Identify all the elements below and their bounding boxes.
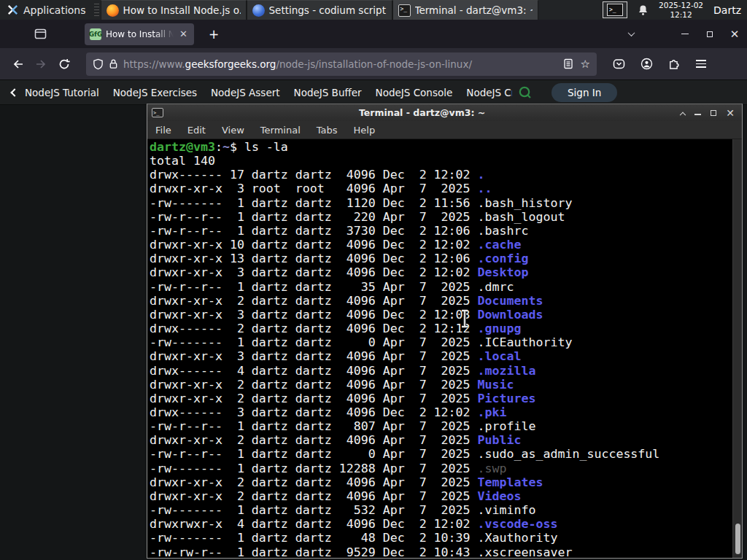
terminal-scrollbar[interactable] xyxy=(732,139,742,558)
listing-filename: .config xyxy=(478,252,529,265)
terminal-menu-tabs[interactable]: Tabs xyxy=(309,125,346,136)
window-button-title: Terminal - dartz@vm3: ~ xyxy=(415,4,533,16)
listing-meta: drwx------ 3 dartz dartz 4096 Dec 2 12:0… xyxy=(150,405,478,419)
search-icon[interactable] xyxy=(518,85,533,100)
clock-date: 2025-12-02 xyxy=(659,1,703,10)
list-all-tabs-button[interactable] xyxy=(619,23,643,45)
panel-tray: >_ 2025-12-02 12:12 Dartz xyxy=(603,0,747,20)
listing-filename: .pki xyxy=(478,405,507,419)
terminal-menu-help[interactable]: Help xyxy=(346,125,384,136)
url-prefix: https://www. xyxy=(123,58,185,70)
terminal-menu-edit[interactable]: Edit xyxy=(179,125,214,136)
window-button-title: Settings - codium script... xyxy=(269,4,387,16)
tab-strip: GfG How to Install Node.js on ✕ + ✕ xyxy=(0,20,747,48)
terminal-menubar: FileEditViewTerminalTabsHelp xyxy=(147,121,742,139)
notification-bell-icon[interactable] xyxy=(638,4,649,16)
terminal-listing: drwx------ 17 dartz dartz 4096 Dec 2 12:… xyxy=(150,168,732,558)
sign-in-button[interactable]: Sign In xyxy=(551,83,617,102)
panel-window-button[interactable]: Settings - codium script... xyxy=(247,0,392,20)
listing-meta: drwxr-xr-x 3 root root 4096 Apr 7 2025 xyxy=(150,182,478,195)
terminal-listing-row: drwxr-xr-x 3 dartz dartz 4096 Apr 7 2025… xyxy=(150,349,732,363)
listing-filename: . xyxy=(478,168,485,182)
listing-meta: -rw------- 1 dartz dartz 12288 Apr 7 202… xyxy=(150,462,478,475)
listing-filename: Desktop xyxy=(478,265,529,279)
terminal-listing-row: drwxr-xr-x 2 dartz dartz 4096 Apr 7 2025… xyxy=(150,489,732,503)
reload-button[interactable] xyxy=(53,52,76,76)
reload-icon xyxy=(58,58,70,70)
terminal-prompt-line: dartz@vm3:~$ ls -la xyxy=(150,140,732,154)
listing-meta: drwxr-xr-x 3 dartz dartz 4096 Dec 2 12:0… xyxy=(150,265,478,279)
prompt-command: $ ls -la xyxy=(230,140,288,154)
chevron-left-icon[interactable] xyxy=(10,88,18,96)
close-button[interactable]: ✕ xyxy=(722,23,747,45)
nav-link[interactable]: NodeJS Assert xyxy=(211,87,280,98)
url-path: /node-js/installation-of-node-js-on-linu… xyxy=(276,58,472,70)
forward-button[interactable] xyxy=(29,52,53,76)
terminal-icon xyxy=(398,4,411,17)
terminal-listing-row: drwx------ 4 dartz dartz 4096 Apr 7 2025… xyxy=(150,364,732,378)
restore-button[interactable] xyxy=(697,23,722,45)
terminal-listing-row: -rw------- 1 dartz dartz 12288 Apr 7 202… xyxy=(150,462,732,475)
scrollbar-thumb[interactable] xyxy=(735,524,740,554)
shade-window-icon[interactable] xyxy=(680,112,686,117)
minimize-icon[interactable] xyxy=(694,114,701,115)
shield-icon xyxy=(93,58,104,70)
terminal-listing-row: -rw-r--r-- 1 dartz dartz 3730 Dec 2 12:0… xyxy=(150,224,732,238)
nav-link[interactable]: NodeJS Exercises xyxy=(113,87,197,98)
terminal-listing-row: -rw------- 1 dartz dartz 48 Dec 2 10:39 … xyxy=(150,531,732,545)
minimize-button[interactable] xyxy=(673,23,697,45)
panel-window-button[interactable]: Terminal - dartz@vm3: ~ xyxy=(392,0,538,20)
close-icon[interactable]: ✕ xyxy=(726,108,735,118)
listing-filename: .local xyxy=(478,349,522,363)
listing-filename: Downloads xyxy=(478,308,543,322)
terminal-window: >_ Terminal - dartz@vm3: ~ ✕ FileEditVie… xyxy=(147,104,743,559)
back-button[interactable] xyxy=(6,52,29,76)
reader-view-icon[interactable] xyxy=(563,58,573,69)
settings-icon xyxy=(252,4,265,17)
panel-window-button[interactable]: How to Install Node.js o... xyxy=(101,0,247,20)
listing-meta: -rw------- 1 dartz dartz 532 Apr 7 2025 xyxy=(150,503,478,517)
listing-meta: drwxr-xr-x 2 dartz dartz 4096 Apr 7 2025 xyxy=(150,294,478,308)
terminal-listing-row: drwxrwxr-x 4 dartz dartz 4096 Dec 2 12:0… xyxy=(150,517,732,531)
pocket-icon[interactable] xyxy=(613,58,625,70)
extensions-puzzle-icon[interactable] xyxy=(668,58,681,70)
listing-meta: -rw------- 1 dartz dartz 1120 Dec 2 11:5… xyxy=(150,196,478,210)
browser-tab-active[interactable]: GfG How to Install Node.js on ✕ xyxy=(85,23,194,45)
terminal-menu-file[interactable]: File xyxy=(147,125,179,136)
maximize-icon[interactable] xyxy=(711,110,716,116)
nav-link[interactable]: NodeJS Buffer xyxy=(294,87,362,98)
terminal-listing-row: drwxr-xr-x 2 dartz dartz 4096 Apr 7 2025… xyxy=(150,392,732,405)
account-icon[interactable] xyxy=(640,58,653,70)
terminal-launcher[interactable]: >_ xyxy=(603,1,627,18)
firefox-view-button[interactable] xyxy=(29,25,51,44)
listing-filename: .bash_history xyxy=(478,196,573,210)
listing-filename: .dmrc xyxy=(478,280,514,294)
listing-meta: -rw-r--r-- 1 dartz dartz 3730 Dec 2 12:0… xyxy=(150,224,478,238)
url-bar[interactable]: https://www.geeksforgeeks.org/node-js/in… xyxy=(86,52,597,76)
prompt-colon: : xyxy=(215,140,222,154)
terminal-listing-row: drwxr-xr-x 3 root root 4096 Apr 7 2025 .… xyxy=(150,182,732,195)
gfg-navbar: NodeJS TutorialNodeJS ExercisesNodeJS As… xyxy=(0,80,747,105)
menu-hamburger-icon[interactable] xyxy=(696,60,706,68)
new-tab-button[interactable]: + xyxy=(204,27,223,42)
nav-link[interactable]: NodeJS Tutorial xyxy=(25,87,99,98)
listing-filename: .cache xyxy=(478,238,522,252)
listing-filename: Documents xyxy=(478,294,543,308)
applications-label: Applications xyxy=(23,4,86,16)
url-domain: geeksforgeeks.org xyxy=(185,58,276,70)
listing-filename: .bashrc xyxy=(478,224,529,238)
geeksforgeeks-favicon: GfG xyxy=(90,28,101,40)
nav-link[interactable]: NodeJS Console xyxy=(376,87,453,98)
terminal-titlebar[interactable]: >_ Terminal - dartz@vm3: ~ ✕ xyxy=(147,104,742,121)
terminal-output[interactable]: dartz@vm3:~$ ls -la total 140 drwx------… xyxy=(147,139,742,558)
listing-meta: drwxr-xr-x 13 dartz dartz 4096 Dec 2 12:… xyxy=(150,252,478,265)
terminal-menu-terminal[interactable]: Terminal xyxy=(252,125,309,136)
terminal-menu-view[interactable]: View xyxy=(214,125,252,136)
bookmark-star-icon[interactable]: ☆ xyxy=(581,58,590,71)
panel-clock[interactable]: 2025-12-02 12:12 xyxy=(659,1,703,19)
tab-close-icon[interactable]: ✕ xyxy=(178,28,189,39)
terminal-listing-row: -rw------- 1 dartz dartz 0 Apr 7 2025 .I… xyxy=(150,335,732,349)
nav-link[interactable]: NodeJS Crypto xyxy=(466,87,512,98)
applications-menu-button[interactable]: Applications xyxy=(0,0,93,20)
listing-meta: drwxr-xr-x 3 dartz dartz 4096 Apr 7 2025 xyxy=(150,349,478,363)
